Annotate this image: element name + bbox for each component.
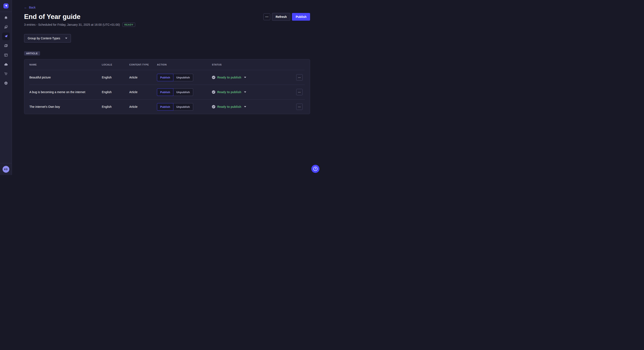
sidebar-item-releases[interactable]	[2, 32, 10, 40]
entry-unpublish-button[interactable]: Unpublish	[173, 103, 193, 111]
group-by-dropdown[interactable]: Group by Content-Types	[24, 34, 71, 42]
shopping-cart-icon	[4, 72, 8, 76]
column-header-status: STATUS	[212, 63, 296, 66]
subtitle-row: 3 entries - Scheduled for Friday, Januar…	[24, 22, 310, 27]
page-title: End of Year guide	[24, 13, 80, 21]
chevron-down-icon	[244, 77, 246, 78]
back-link[interactable]: ← Back	[24, 6, 36, 9]
entry-action-toggle: Publish Unpublish	[157, 88, 212, 96]
sidebar-nav	[2, 12, 10, 89]
column-header-action: ACTION	[157, 63, 212, 66]
column-header-name: NAME	[30, 63, 102, 66]
entry-status-dropdown[interactable]: Ready to publish	[212, 76, 296, 79]
cloud-icon	[4, 62, 8, 66]
entry-action-toggle: Publish Unpublish	[157, 74, 212, 81]
entry-content-type: Article	[129, 105, 157, 108]
sidebar-item-content-manager[interactable]	[2, 23, 10, 31]
release-schedule-subtitle: 3 entries - Scheduled for Friday, Januar…	[24, 23, 120, 26]
sidebar-item-media-library[interactable]	[2, 42, 10, 49]
entry-name: Beautiful picture	[30, 76, 102, 79]
user-avatar[interactable]: KD	[2, 166, 9, 173]
main-content: ← Back End of Year guide ⋯ Refresh Publi…	[12, 0, 322, 175]
entry-name: The internet's Own boy	[30, 105, 102, 108]
entry-more-button[interactable]: ⋯	[296, 89, 302, 95]
entry-publish-button[interactable]: Publish	[157, 103, 173, 111]
logo-container	[0, 0, 12, 12]
check-circle-icon	[212, 90, 215, 94]
check-circle-icon	[212, 105, 215, 108]
entry-locale: English	[102, 90, 129, 94]
chevron-down-icon	[244, 106, 246, 107]
entry-status-dropdown[interactable]: Ready to publish	[212, 105, 296, 108]
release-more-button[interactable]: ⋯	[264, 13, 270, 20]
check-circle-icon	[212, 76, 215, 79]
home-icon	[4, 16, 8, 19]
gear-icon	[4, 81, 8, 85]
entry-status-label: Ready to publish	[217, 105, 241, 108]
table-row: Beautiful picture English Article Publis…	[30, 70, 305, 85]
entry-status-label: Ready to publish	[217, 76, 241, 79]
back-arrow-icon: ←	[24, 6, 27, 9]
paper-plane-icon	[4, 34, 8, 38]
content-type-tag: ARTICLE	[24, 51, 40, 55]
sidebar-item-marketplace[interactable]	[2, 70, 10, 78]
back-label: Back	[29, 6, 36, 9]
sidebar-item-content-type-builder[interactable]	[2, 51, 10, 59]
group-tag-row: ARTICLE	[24, 51, 310, 55]
question-mark-icon: ?	[313, 167, 318, 171]
sidebar-item-settings[interactable]	[2, 79, 10, 87]
entry-content-type: Article	[129, 76, 157, 79]
entry-locale: English	[102, 105, 129, 108]
ready-status-badge: READY	[122, 22, 136, 27]
entry-status-dropdown[interactable]: Ready to publish	[212, 90, 296, 94]
feather-icon	[4, 25, 8, 29]
entry-unpublish-button[interactable]: Unpublish	[173, 88, 193, 96]
entry-name: A bug is becoming a meme on the internet	[30, 90, 102, 94]
group-by-label: Group by Content-Types	[28, 37, 60, 40]
help-button[interactable]: ?	[311, 165, 320, 173]
entry-publish-button[interactable]: Publish	[157, 88, 173, 96]
entry-unpublish-button[interactable]: Unpublish	[173, 74, 193, 81]
sidebar-item-cloud[interactable]	[2, 61, 10, 68]
entry-more-button[interactable]: ⋯	[296, 74, 302, 81]
column-header-content-type: CONTENT-TYPE	[129, 63, 157, 66]
media-library-icon	[4, 44, 8, 48]
refresh-button[interactable]: Refresh	[272, 13, 290, 21]
page-header: End of Year guide ⋯ Refresh Publish	[24, 13, 310, 21]
table-row: The internet's Own boy English Article P…	[30, 99, 305, 114]
column-header-locale: LOCALE	[102, 63, 129, 66]
entry-publish-button[interactable]: Publish	[157, 74, 173, 81]
entry-content-type: Article	[129, 90, 157, 94]
entry-locale: English	[102, 76, 129, 79]
chevron-down-icon	[244, 91, 246, 93]
header-actions: ⋯ Refresh Publish	[264, 13, 310, 21]
sidebar-item-home[interactable]	[2, 14, 10, 21]
strapi-logo-icon[interactable]	[4, 3, 8, 8]
entry-more-button[interactable]: ⋯	[296, 104, 302, 110]
table-body: Beautiful picture English Article Publis…	[30, 70, 305, 114]
table-header: NAME LOCALE CONTENT-TYPE ACTION STATUS	[30, 59, 305, 70]
publish-release-button[interactable]: Publish	[292, 13, 310, 21]
entry-action-toggle: Publish Unpublish	[157, 103, 212, 111]
table-row: A bug is becoming a meme on the internet…	[30, 85, 305, 99]
avatar-container: KD	[0, 163, 12, 175]
layout-icon	[4, 53, 8, 57]
sidebar: KD	[0, 0, 12, 175]
entries-table-card: NAME LOCALE CONTENT-TYPE ACTION STATUS B…	[24, 59, 310, 114]
entry-status-label: Ready to publish	[217, 90, 241, 94]
chevron-down-icon	[65, 38, 67, 39]
